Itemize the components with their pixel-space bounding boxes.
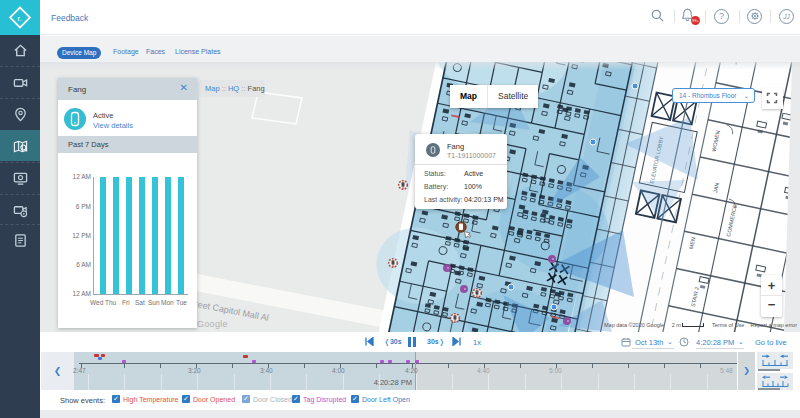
svg-text:r.: r.: [18, 14, 22, 23]
